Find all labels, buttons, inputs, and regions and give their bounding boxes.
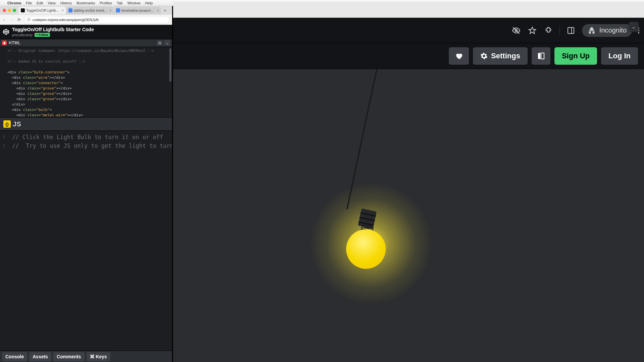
address-field[interactable]: ⓘ codepen.io/precodecamp/pen/gOENJyN	[24, 16, 170, 23]
codepen-logo-icon[interactable]	[3, 28, 9, 35]
follow-button[interactable]: + Follow	[35, 33, 50, 37]
extensions-icon[interactable]	[543, 25, 553, 36]
login-label: Log In	[608, 52, 631, 60]
codepen-actions-bar: Settings Sign Up Log In	[173, 43, 644, 69]
browser-tab-3[interactable]: boxshadow javascript - Goo… ×	[114, 7, 161, 14]
toolbar-divider	[559, 25, 560, 36]
keys-button[interactable]: ⌘ Keys	[87, 352, 110, 361]
heart-icon	[455, 52, 463, 60]
settings-button[interactable]: Settings	[473, 47, 528, 65]
incognito-badge[interactable]: Incognito	[582, 24, 632, 37]
browser-tab-1[interactable]: ToggleOn/Off Lightbulb Start… ×	[19, 7, 66, 14]
pen-author[interactable]: precodecamp	[12, 33, 33, 37]
html-panel-label: HTML	[9, 41, 20, 45]
js-panel: {} JS 12 // Click the Light Bulb to turn…	[0, 117, 172, 351]
js-panel-header: {} JS	[0, 117, 172, 131]
left-editor-window: ToggleOn/Off Lightbulb Start… × adding o…	[0, 6, 173, 362]
scrollbar-icon[interactable]	[169, 48, 171, 82]
panel-chevron-down-icon[interactable]: ⌄	[164, 40, 170, 46]
console-button[interactable]: Console	[2, 352, 27, 361]
menu-profiles[interactable]: Profiles	[100, 1, 112, 5]
window-minimize-icon[interactable]	[8, 9, 11, 12]
js-code-content: // Click the Light Bulb to turn it on or…	[0, 131, 172, 152]
login-button[interactable]: Log In	[601, 47, 638, 65]
settings-label: Settings	[491, 52, 520, 60]
svg-rect-8	[538, 53, 540, 59]
assets-button[interactable]: Assets	[29, 352, 51, 361]
signup-button[interactable]: Sign Up	[554, 47, 597, 65]
window-close-icon[interactable]	[3, 9, 6, 12]
html-panel-header: ◆ HTML ⚙ ⌄	[0, 39, 172, 47]
menu-window[interactable]: Window	[127, 1, 141, 5]
nav-forward-icon[interactable]: →	[9, 17, 14, 22]
browser-tab-2[interactable]: adding onclick event javascr… ×	[66, 7, 113, 14]
codepen-favicon-icon	[21, 8, 25, 12]
comments-button[interactable]: Comments	[53, 352, 84, 361]
browser-chrome-strip	[173, 2, 644, 18]
js-badge-icon: {}	[3, 120, 11, 128]
menu-edit[interactable]: Edit	[37, 1, 43, 5]
pen-title: ToggleOn/Off Lightbulb Starter Code	[12, 27, 94, 32]
menu-file[interactable]: File	[26, 1, 32, 5]
menu-view[interactable]: View	[48, 1, 56, 5]
window-maximize-icon[interactable]	[13, 9, 16, 12]
panel-settings-icon[interactable]: ⚙	[157, 40, 163, 46]
codepen-header: ToggleOn/Off Lightbulb Starter Code prec…	[0, 25, 172, 39]
bulb-wire	[346, 69, 378, 209]
js-editor[interactable]: 12 // Click the Light Bulb to turn it on…	[0, 131, 172, 351]
nav-reload-icon[interactable]: ⟳	[17, 17, 21, 22]
signup-label: Sign Up	[562, 52, 590, 60]
line-gutter: 12	[0, 133, 5, 150]
pen-preview[interactable]	[173, 69, 644, 362]
svg-marker-5	[529, 27, 536, 34]
tab-title: boxshadow javascript - Goo…	[121, 9, 156, 12]
new-tab-button[interactable]: +	[162, 8, 168, 13]
menu-app-name[interactable]: Chrome	[7, 1, 21, 5]
eye-off-icon[interactable]	[511, 25, 521, 36]
incognito-icon	[587, 26, 596, 35]
menu-help[interactable]: Help	[145, 1, 153, 5]
right-preview-window: Incognito ⌄ Settings Sign Up Log In	[173, 2, 644, 362]
window-traffic-lights	[3, 9, 16, 12]
tab-title: adding onclick event javascr…	[74, 9, 108, 12]
html-code-content: <!-- Original Codepen: https://codepen.i…	[0, 47, 172, 117]
collapse-chevron-icon[interactable]: ⌄	[629, 22, 639, 32]
gear-icon	[480, 52, 488, 60]
html-editor[interactable]: <!-- Original Codepen: https://codepen.i…	[0, 47, 172, 117]
svg-rect-9	[541, 53, 544, 59]
menu-tab[interactable]: Tab	[117, 1, 123, 5]
layout-icon	[537, 52, 545, 60]
lightbulb[interactable]	[342, 226, 389, 273]
love-button[interactable]	[449, 47, 469, 65]
svg-rect-6	[568, 27, 574, 34]
site-info-icon[interactable]: ⓘ	[27, 17, 31, 22]
tab-title: ToggleOn/Off Lightbulb Start…	[26, 9, 60, 12]
browser-tabstrip: ToggleOn/Off Lightbulb Start… × adding o…	[0, 6, 172, 15]
js-panel-label: JS	[13, 120, 21, 128]
tab-close-icon[interactable]: ×	[157, 9, 159, 12]
google-favicon-icon	[116, 8, 120, 12]
html-badge-icon: ◆	[2, 41, 7, 45]
tab-close-icon[interactable]: ×	[62, 9, 64, 12]
view-layout-button[interactable]	[532, 47, 550, 65]
nav-back-icon[interactable]: ←	[2, 17, 7, 22]
url-text: codepen.io/precodecamp/pen/gOENJyN	[33, 18, 99, 22]
menu-bookmarks[interactable]: Bookmarks	[76, 1, 95, 5]
incognito-toolbar: Incognito	[173, 18, 644, 43]
editor-footer: Console Assets Comments ⌘ Keys	[0, 351, 172, 362]
devtools-dock-icon[interactable]	[566, 25, 576, 36]
incognito-label: Incognito	[599, 26, 627, 34]
browser-addressbar: ← → ⟳ ⓘ codepen.io/precodecamp/pen/gOENJ…	[0, 15, 172, 25]
bookmark-star-icon[interactable]	[527, 25, 537, 36]
menu-history[interactable]: History	[60, 1, 72, 5]
tab-close-icon[interactable]: ×	[109, 9, 111, 12]
google-favicon-icon	[68, 8, 72, 12]
